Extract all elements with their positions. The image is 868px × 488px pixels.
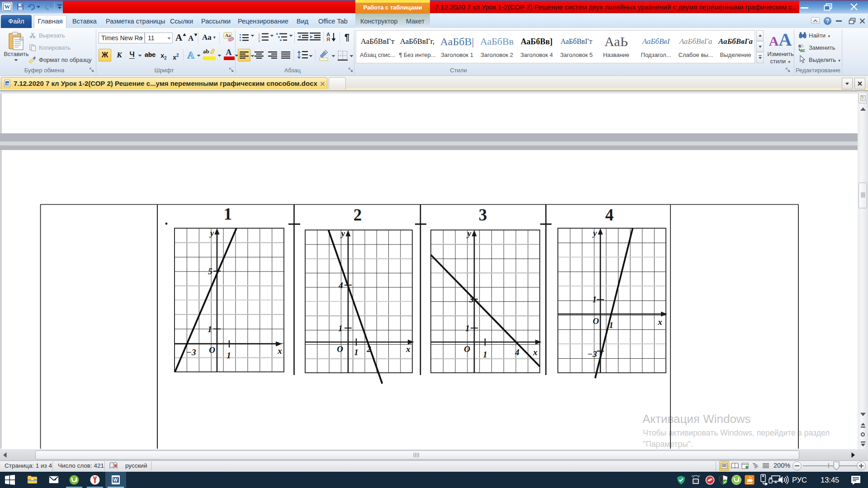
svg-text:O: O	[593, 316, 599, 326]
svg-text:2: 2	[354, 206, 362, 224]
svg-text:3: 3	[258, 39, 260, 42]
svg-text:x: x	[533, 347, 538, 357]
svg-text:x: x	[277, 346, 282, 356]
svg-text:3: 3	[479, 206, 487, 224]
svg-text:4: 4	[514, 347, 519, 357]
svg-text:1: 1	[465, 324, 470, 333]
svg-text:4: 4	[605, 206, 614, 224]
svg-text:1: 1	[609, 320, 613, 330]
svg-text:1: 1	[592, 295, 597, 304]
svg-text:1: 1	[208, 324, 212, 334]
svg-text:1: 1	[354, 347, 359, 357]
svg-text:1: 1	[226, 351, 231, 360]
svg-text:y: y	[467, 229, 472, 238]
svg-text:−3: −3	[186, 347, 196, 357]
svg-text:x: x	[657, 317, 662, 327]
svg-text:1: 1	[338, 324, 343, 333]
svg-text:Aa: Aa	[225, 33, 231, 38]
svg-text:ac: ac	[800, 48, 806, 52]
svg-text:3: 3	[469, 295, 474, 304]
svg-text:x: x	[406, 344, 410, 354]
svg-text:4: 4	[338, 281, 343, 290]
svg-text:W: W	[113, 478, 118, 483]
svg-text:y: y	[592, 228, 597, 238]
svg-text:1: 1	[483, 350, 487, 359]
svg-text:y: y	[340, 229, 345, 238]
svg-text:O: O	[464, 344, 470, 354]
svg-text:W: W	[6, 82, 9, 86]
svg-text:O: O	[209, 345, 215, 355]
svg-text:5: 5	[208, 267, 212, 276]
svg-text:−3: −3	[587, 349, 597, 359]
svg-text:y: y	[209, 228, 214, 238]
svg-text:1: 1	[224, 205, 232, 223]
svg-text:O: O	[337, 344, 343, 354]
svg-text:2: 2	[366, 344, 371, 354]
